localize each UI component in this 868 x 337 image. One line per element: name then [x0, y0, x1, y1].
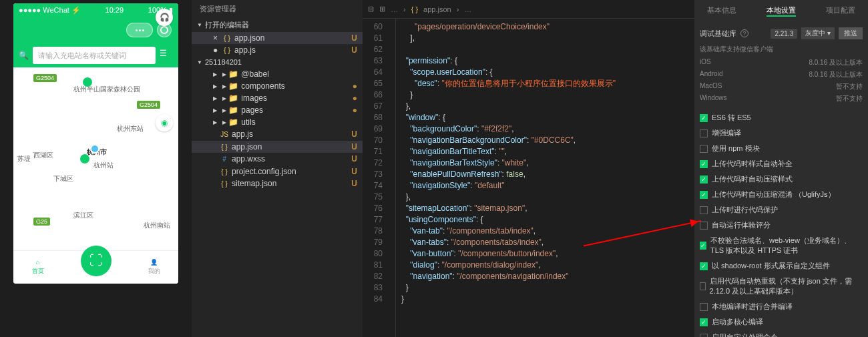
open-file-row[interactable]: ×{ }app.jsonU	[192, 32, 363, 44]
setting-checkbox-row[interactable]: ✓上传代码时自动压缩样式	[700, 172, 863, 187]
locate-button[interactable]: ◉	[156, 114, 173, 131]
project-root[interactable]: 251184201	[192, 56, 363, 68]
setting-checkbox-row[interactable]: 上传时进行代码保护	[700, 202, 863, 218]
marker-icon	[80, 154, 89, 163]
tab-basic[interactable]: 基本信息	[707, 5, 736, 17]
toolbar-split-icon[interactable]: ⊞	[379, 5, 385, 13]
setting-checkbox-row[interactable]: 启用代码自动热重载（不支持 json 文件，需 2.12.0 及以上基础库版本）	[700, 274, 863, 299]
file-name: pages	[241, 105, 263, 115]
phone-nav-header	[13, 17, 178, 43]
lib-version: 2.21.3	[771, 29, 797, 39]
open-editors-section[interactable]: 打开的编辑器	[192, 18, 363, 32]
checkbox-icon[interactable]	[700, 334, 708, 338]
code-content[interactable]: "pages/operation/deviceChoice/index" ], …	[396, 19, 694, 337]
json-icon: { }	[220, 142, 229, 152]
file-row[interactable]: { }app.jsonU	[192, 141, 363, 153]
folder-row[interactable]: ▶▸ 📁pages●	[192, 104, 363, 116]
checkbox-icon[interactable]: ✓	[700, 242, 706, 250]
tab-local[interactable]: 本地设置	[767, 5, 796, 17]
checkbox-icon[interactable]: ✓	[700, 176, 708, 184]
platform-row: Android8.0.16 及以上版本	[700, 69, 863, 81]
folder-icon: ▸ 📁	[222, 81, 238, 91]
push-button[interactable]: 推送	[839, 27, 863, 39]
setting-checkbox-row[interactable]: ✓以 shadow-root 形式展示自定义组件	[700, 258, 863, 274]
map-poi-label: 杭州站	[93, 161, 114, 170]
nav-home[interactable]: ⌂ 首页	[32, 259, 44, 276]
setting-checkbox-row[interactable]: 自动运行体验评分	[700, 218, 863, 233]
platform-name: MacOS	[700, 82, 722, 91]
file-row[interactable]: JSapp.jsU	[192, 128, 363, 141]
file-row[interactable]: { }project.config.jsonU	[192, 165, 363, 178]
scan-button[interactable]: ⛶	[81, 246, 112, 276]
scan-icon: ⛶	[89, 253, 103, 268]
bottom-nav: ⌂ 首页 ⛶ 👤 我的	[13, 250, 178, 284]
checkbox-icon[interactable]	[700, 282, 706, 290]
folder-row[interactable]: ▶▸ 📁@babel	[192, 68, 363, 80]
platform-name: Windows	[700, 94, 727, 103]
checkbox-icon[interactable]: ✓	[700, 160, 708, 168]
home-icon: ⌂	[36, 259, 39, 266]
setting-checkbox-row[interactable]: 启用自定义处理命令	[700, 330, 863, 337]
nav-mine[interactable]: 👤 我的	[148, 259, 160, 276]
target-icon	[160, 26, 168, 34]
setting-label: 本地编译时进行合并编译	[712, 302, 793, 312]
file-name: app.js	[232, 129, 253, 139]
checkbox-icon[interactable]: ✓	[700, 114, 708, 122]
wxss-icon: #	[220, 154, 229, 164]
location-pin-icon	[90, 144, 99, 153]
folder-icon: ▸ 📁	[222, 105, 238, 115]
folder-icon: ▸ 📁	[222, 93, 238, 103]
close-icon[interactable]: ●	[213, 45, 220, 55]
search-icon: 🔍	[19, 51, 29, 60]
search-input[interactable]: 请输入充电站名称或关键词	[33, 47, 156, 64]
setting-checkbox-row[interactable]: ✓上传代码时自动压缩混淆 （UglifyJs）	[700, 187, 863, 202]
platform-name: Android	[700, 70, 722, 79]
checkbox-icon[interactable]: ✓	[700, 191, 708, 199]
file-name: sitemap.json	[232, 179, 276, 188]
setting-label: 上传时进行代码保护	[712, 205, 778, 215]
js-icon: JS	[220, 129, 229, 139]
setting-checkbox-row[interactable]: ✓启动多核心编译	[700, 314, 863, 330]
close-icon[interactable]: ×	[213, 33, 220, 43]
vcs-status: U	[351, 33, 357, 43]
editor-body[interactable]: 6061626364656667686970717273747576777879…	[363, 19, 694, 337]
file-row[interactable]: { }sitemap.jsonU	[192, 178, 363, 190]
folder-row[interactable]: ▶▸ 📁images●	[192, 92, 363, 104]
setting-checkbox-row[interactable]: 本地编译时进行合并编译	[700, 299, 863, 314]
checkbox-icon[interactable]	[700, 303, 708, 311]
lib-label: 调试基础库	[700, 29, 736, 39]
checkbox-icon[interactable]	[700, 206, 708, 214]
lib-select[interactable]: 灰度中 ▾	[801, 27, 835, 39]
marker-icon	[83, 77, 92, 87]
folder-row[interactable]: ▶▸ 📁utils	[192, 116, 363, 128]
setting-checkbox-row[interactable]: ✓上传代码时样式自动补全	[700, 156, 863, 172]
headset-icon: 🎧	[160, 13, 170, 22]
file-row[interactable]: #app.wxssU	[192, 153, 363, 165]
folder-row[interactable]: ▶▸ 📁components●	[192, 80, 363, 92]
checkbox-icon[interactable]: ✓	[700, 318, 708, 326]
capsule-menu-button[interactable]	[126, 23, 153, 37]
help-icon[interactable]: ?	[740, 29, 748, 37]
checkbox-icon[interactable]: ✓	[700, 262, 708, 270]
map-poi-label: 下城区	[53, 174, 73, 184]
file-name: app.wxss	[232, 154, 265, 163]
breadcrumb-file[interactable]: app.json	[423, 5, 451, 13]
checkbox-icon[interactable]	[700, 129, 708, 137]
tab-project[interactable]: 项目配置	[826, 5, 855, 17]
setting-checkbox-row[interactable]: ✓ES6 转 ES5	[700, 110, 863, 125]
support-button[interactable]: 🎧	[156, 9, 173, 26]
setting-label: 上传代码时自动压缩样式	[712, 174, 793, 184]
highway-badge: G25	[33, 218, 50, 226]
checkbox-icon[interactable]	[700, 145, 708, 153]
status-time: 10:29	[105, 6, 124, 14]
toolbar-pin-icon[interactable]: ⊟	[368, 5, 374, 13]
open-file-row[interactable]: ●{ }app.jsU	[192, 44, 363, 56]
list-icon[interactable]: ☰	[160, 49, 173, 62]
setting-checkbox-row[interactable]: 增强编译	[700, 125, 863, 141]
map-poi-label: 西湖区	[33, 151, 53, 160]
setting-checkbox-row[interactable]: ✓不校验合法域名、web-view（业务域名）、TLS 版本以及 HTTPS 证…	[700, 233, 863, 258]
js-icon: { }	[222, 45, 232, 55]
file-name: images	[241, 93, 267, 103]
map-poi-label: 杭州半山国家森林公园	[73, 85, 140, 94]
setting-checkbox-row[interactable]: 使用 npm 模块	[700, 141, 863, 156]
